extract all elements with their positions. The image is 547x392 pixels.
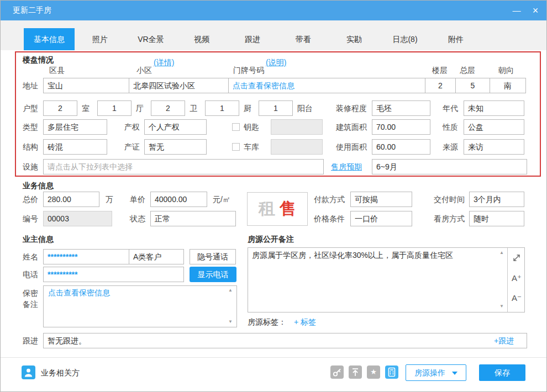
era-label: 年代 — [437, 100, 458, 116]
number-label: 编号 — [17, 211, 38, 226]
garage-checkbox[interactable] — [232, 143, 240, 151]
related-parties-icon[interactable] — [22, 365, 35, 379]
structure-field[interactable]: 砖混 — [43, 139, 107, 155]
price-condition-label: 价格条件 — [301, 211, 345, 226]
public-note-text[interactable]: 房源属于学区房，社区绿化率30%以上，属于高质量住宅区 — [252, 250, 490, 261]
type-field[interactable]: 多层住宅 — [43, 119, 107, 135]
number-field[interactable]: 00003 — [43, 211, 112, 226]
owner-category-field[interactable]: A类客户 — [129, 249, 184, 264]
delivery-label: 交付时间 — [420, 192, 465, 207]
save-button[interactable]: 保存 — [479, 364, 525, 381]
sale-expectation-link[interactable]: 售房预期 — [331, 159, 362, 174]
decoration-field[interactable]: 毛坯 — [372, 100, 430, 116]
building-area-label: 建筑面积 — [327, 119, 367, 135]
followup-field[interactable]: 暂无跟进。 — [43, 333, 527, 348]
community-detail-link[interactable]: (详情) — [154, 57, 174, 68]
key-checkbox[interactable] — [232, 123, 240, 131]
owner-name-label: 姓名 — [17, 249, 38, 264]
font-decrease-icon[interactable]: A⁻ — [512, 293, 522, 303]
property-operations-label: 房源操作 — [414, 368, 445, 377]
balconies-field[interactable]: 1 — [259, 100, 293, 116]
facing-field[interactable]: 南 — [490, 78, 526, 93]
secret-note-scroll-up-icon[interactable]: ▲ — [228, 288, 233, 293]
halls-field[interactable]: 1 — [97, 100, 132, 116]
stamp-sale: 售 — [280, 199, 296, 218]
rooms-unit: 室 — [82, 100, 90, 116]
total-price-field[interactable]: 280.00 — [43, 192, 99, 207]
type-label: 类型 — [17, 119, 38, 135]
close-icon[interactable]: × — [525, 1, 545, 20]
secret-note-textarea[interactable]: 点击查看保密信息 — [43, 285, 237, 327]
price-condition-field[interactable]: 一口价 — [350, 211, 412, 226]
building-area-field[interactable]: 70.00 — [372, 119, 430, 135]
hidden-number-call-button[interactable]: 隐号通话 — [190, 249, 236, 264]
tab-attachments[interactable]: 附件 — [430, 28, 481, 50]
viewing-field[interactable]: 随时 — [469, 211, 524, 226]
header-total-floor: 总层 — [460, 65, 475, 76]
property-operations-button[interactable]: 房源操作 — [406, 364, 466, 381]
title-bar: 更新二手房 — × — [1, 1, 547, 20]
tab-video[interactable]: 视频 — [176, 28, 227, 50]
floor-field[interactable]: 2 — [425, 78, 456, 93]
baths-field[interactable]: 2 — [151, 100, 185, 116]
secret-note-scroll-down-icon[interactable]: ▼ — [228, 320, 233, 324]
star-icon[interactable]: ★ — [367, 365, 380, 379]
owner-name-field[interactable]: ********** — [43, 249, 129, 264]
district-field[interactable]: 宝山 — [43, 78, 129, 93]
sale-expectation-field[interactable]: 6~9月 — [372, 159, 527, 174]
tab-followup[interactable]: 跟进 — [227, 28, 278, 50]
stamp-rent: 租 — [259, 199, 275, 218]
unit-price-field[interactable]: 40000.00 — [150, 192, 207, 207]
minimize-icon[interactable]: — — [507, 1, 527, 20]
halls-unit: 厅 — [136, 100, 144, 116]
secret-note-text[interactable]: 点击查看保密信息 — [48, 288, 110, 297]
public-note-scroll-down-icon[interactable]: ▼ — [499, 304, 504, 309]
total-floor-field[interactable]: 5 — [455, 78, 490, 93]
door-number-field[interactable]: 点击查看保密信息 — [228, 78, 425, 93]
era-field[interactable]: 未知 — [464, 100, 524, 116]
viewing-label: 看房方式 — [420, 211, 465, 226]
tab-vr[interactable]: VR全景 — [125, 28, 176, 50]
related-parties-label[interactable]: 业务相关方 — [41, 368, 80, 378]
tab-bar: 基本信息 照片 VR全景 视频 跟进 带看 实勘 日志(8) 附件 — [1, 20, 547, 50]
door-number-help-link[interactable]: (说明) — [266, 57, 286, 68]
rent-sale-stamp: 租售 — [247, 192, 308, 226]
tab-survey[interactable]: 实勘 — [329, 28, 380, 50]
kitchens-field[interactable]: 1 — [205, 100, 239, 116]
ownership-field[interactable]: 个人产权 — [144, 119, 207, 135]
tab-basic-info[interactable]: 基本信息 — [24, 28, 75, 50]
facilities-field[interactable]: 请点击从下拉列表中选择 — [43, 159, 324, 174]
tab-logs[interactable]: 日志(8) — [380, 28, 430, 50]
garage-field[interactable] — [271, 139, 323, 155]
delivery-field[interactable]: 3个月内 — [469, 192, 524, 207]
tab-showings[interactable]: 带看 — [278, 28, 329, 50]
tab-photos[interactable]: 照片 — [75, 28, 125, 50]
certificate-field[interactable]: 暂无 — [144, 139, 207, 155]
add-followup-link[interactable]: +跟进 — [494, 333, 514, 348]
total-price-unit: 万 — [106, 192, 113, 207]
nature-field[interactable]: 公盘 — [464, 119, 524, 135]
key-field[interactable] — [271, 119, 323, 135]
add-tag-link[interactable]: + 标签 — [294, 314, 316, 330]
header-district: 区县 — [49, 65, 65, 76]
unit-price-unit: 元/㎡ — [213, 192, 230, 207]
community-field[interactable]: 北皋四区试验小区 — [129, 78, 229, 93]
payment-field[interactable]: 可按揭 — [350, 192, 412, 207]
status-field[interactable]: 正常 — [150, 211, 236, 226]
address-label: 地址 — [17, 78, 38, 93]
public-note-section-title: 房源公开备注 — [248, 235, 294, 245]
move-to-top-icon[interactable] — [349, 365, 362, 379]
source-field[interactable]: 来访 — [464, 139, 524, 155]
calculator-icon[interactable] — [385, 365, 398, 379]
usable-area-field[interactable]: 60.00 — [372, 139, 430, 155]
baths-unit: 卫 — [190, 100, 197, 116]
window-title: 更新二手房 — [13, 6, 51, 15]
expand-icon[interactable] — [512, 253, 522, 265]
balconies-unit: 阳台 — [297, 100, 313, 116]
public-note-scroll-up-icon[interactable]: ▲ — [499, 251, 504, 255]
owner-phone-field[interactable]: ********** — [43, 267, 184, 282]
key-icon[interactable] — [330, 365, 344, 379]
rooms-field[interactable]: 2 — [43, 100, 77, 116]
show-phone-button[interactable]: 显示电话 — [190, 267, 236, 282]
font-increase-icon[interactable]: A⁺ — [512, 273, 522, 283]
